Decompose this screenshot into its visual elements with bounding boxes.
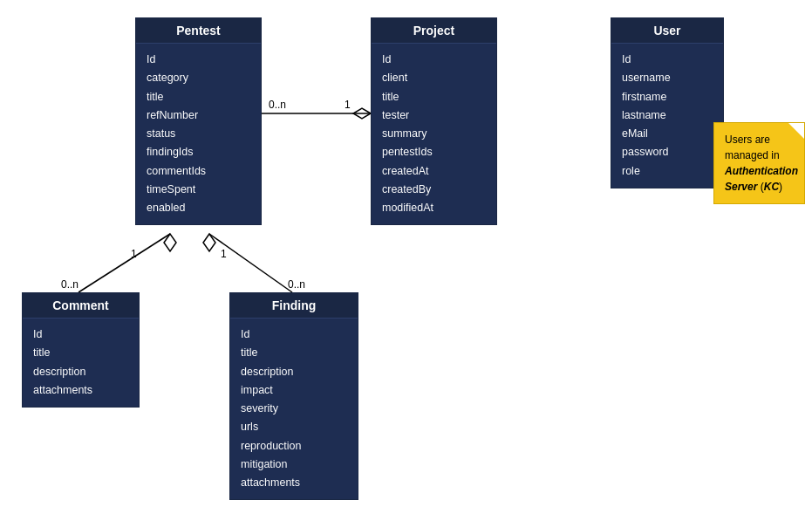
project-field-title: title (382, 88, 486, 106)
finding-header: Finding (230, 293, 358, 319)
comment-body: Id title description attachments (23, 319, 139, 407)
svg-line-8 (209, 234, 292, 292)
project-body: Id client title tester summary pentestId… (372, 44, 496, 224)
user-header: User (611, 18, 723, 44)
svg-text:1: 1 (221, 248, 227, 260)
user-field-role: role (622, 162, 713, 181)
pentest-field-category: category (147, 69, 250, 87)
pentest-field-refnumber: refNumber (147, 106, 250, 125)
comment-header: Comment (23, 293, 139, 319)
user-field-password: password (622, 143, 713, 161)
project-field-id: Id (382, 51, 486, 69)
finding-field-mitigation: mitigation (241, 456, 347, 474)
svg-text:1: 1 (131, 248, 137, 260)
svg-line-4 (78, 234, 170, 292)
finding-field-urls: urls (241, 418, 347, 436)
pentest-field-status: status (147, 125, 250, 143)
finding-field-impact: impact (241, 381, 347, 400)
finding-body: Id title description impact severity url… (230, 319, 358, 499)
project-field-modifiedat: modifiedAt (382, 199, 486, 217)
user-field-lastname: lastname (622, 106, 713, 125)
comment-field-id: Id (33, 325, 128, 344)
user-note: Users are managed in Authentication Serv… (713, 122, 805, 204)
user-class: User Id username firstname lastname eMai… (611, 17, 724, 188)
project-field-client: client (382, 69, 486, 87)
finding-field-reproduction: reproduction (241, 437, 347, 456)
svg-text:0..n: 0..n (288, 278, 305, 291)
finding-field-id: Id (241, 325, 347, 344)
user-field-id: Id (622, 51, 713, 69)
finding-class: Finding Id title description impact seve… (229, 292, 358, 500)
comment-field-attachments: attachments (33, 381, 128, 400)
pentest-field-title: title (147, 88, 250, 106)
project-field-tester: tester (382, 106, 486, 125)
user-field-username: username (622, 69, 713, 87)
pentest-field-findingids: findingIds (147, 143, 250, 161)
pentest-field-id: Id (147, 51, 250, 69)
finding-field-attachments: attachments (241, 474, 347, 492)
svg-text:0..n: 0..n (269, 99, 286, 111)
pentest-class: Pentest Id category title refNumber stat… (135, 17, 262, 225)
project-field-createdat: createdAt (382, 162, 486, 181)
pentest-field-timespent: timeSpent (147, 181, 250, 199)
svg-marker-1 (353, 108, 371, 119)
uml-diagram: 0..n 1 1 0..n 1 0..n Pentest Id category… (0, 0, 812, 507)
svg-marker-5 (164, 234, 176, 251)
finding-field-severity: severity (241, 400, 347, 418)
svg-text:1: 1 (345, 99, 351, 111)
pentest-header: Pentest (136, 18, 261, 44)
user-body: Id username firstname lastname eMail pas… (611, 44, 723, 188)
finding-field-title: title (241, 344, 347, 362)
user-field-email: eMail (622, 125, 713, 143)
project-class: Project Id client title tester summary p… (371, 17, 497, 225)
pentest-field-commentids: commentIds (147, 162, 250, 181)
finding-field-description: description (241, 363, 347, 381)
svg-marker-9 (203, 234, 215, 251)
pentest-field-enabled: enabled (147, 199, 250, 217)
user-field-firstname: firstname (622, 88, 713, 106)
project-field-createdby: createdBy (382, 181, 486, 199)
pentest-body: Id category title refNumber status findi… (136, 44, 261, 224)
comment-class: Comment Id title description attachments (22, 292, 140, 408)
project-field-pentestids: pentestIds (382, 143, 486, 161)
project-header: Project (372, 18, 496, 44)
comment-field-title: title (33, 344, 128, 362)
comment-field-description: description (33, 363, 128, 381)
svg-text:0..n: 0..n (61, 278, 78, 291)
project-field-summary: summary (382, 125, 486, 143)
